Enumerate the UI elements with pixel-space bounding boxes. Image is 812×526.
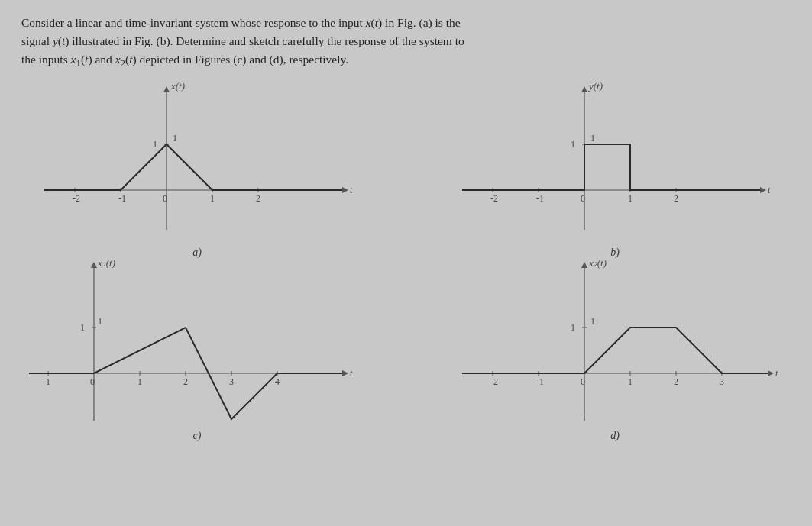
svg-text:1: 1: [80, 322, 85, 333]
svg-text:1: 1: [628, 193, 632, 204]
graph-c: -1 0 1 2 3 4 1 t: [21, 260, 373, 436]
svg-rect-0: [21, 77, 373, 253]
svg-text:1: 1: [210, 193, 215, 204]
svg-text:-1: -1: [43, 376, 50, 387]
graph-a: -2 -1 0 1 2 1 t x(t): [21, 77, 373, 253]
svg-text:x₁(t): x₁(t): [97, 260, 115, 269]
svg-text:1: 1: [98, 316, 102, 327]
graph-b: -2 -1 0 1 2 1 t y(t) 1: [439, 77, 791, 253]
svg-text:x(t): x(t): [170, 80, 185, 92]
svg-text:1: 1: [153, 139, 157, 150]
svg-text:3: 3: [229, 376, 234, 387]
svg-text:0: 0: [581, 193, 585, 204]
svg-text:4: 4: [275, 376, 280, 387]
graph-a-label: a): [192, 247, 202, 259]
svg-text:1: 1: [590, 133, 595, 144]
top-graphs-row: -2 -1 0 1 2 1 t x(t): [21, 77, 791, 259]
svg-text:-1: -1: [536, 376, 544, 387]
page: Consider a linear and time-invariant sys…: [0, 0, 812, 526]
svg-text:3: 3: [720, 376, 724, 387]
graph-c-col: -1 0 1 2 3 4 1 t: [21, 260, 373, 442]
svg-text:-2: -2: [490, 193, 498, 204]
graph-b-col: -2 -1 0 1 2 1 t y(t) 1 b: [439, 77, 791, 259]
svg-text:1: 1: [628, 376, 632, 387]
graph-b-label: b): [610, 247, 620, 259]
svg-rect-38: [21, 260, 373, 436]
svg-text:1: 1: [571, 139, 575, 150]
problem-text: Consider a linear and time-invariant sys…: [21, 14, 791, 71]
svg-text:0: 0: [90, 376, 95, 387]
svg-rect-59: [439, 260, 791, 436]
svg-text:-2: -2: [490, 376, 498, 387]
svg-text:y(t): y(t): [587, 80, 603, 92]
svg-text:2: 2: [183, 376, 188, 387]
graph-d: -2 -1 0 1 2 3 1 t: [439, 260, 791, 436]
graph-d-label: d): [610, 430, 620, 442]
svg-text:2: 2: [674, 193, 678, 204]
svg-text:2: 2: [256, 193, 260, 204]
svg-text:-2: -2: [73, 193, 80, 204]
svg-text:0: 0: [581, 376, 585, 387]
graph-a-col: -2 -1 0 1 2 1 t x(t): [21, 77, 373, 259]
svg-text:-1: -1: [118, 193, 126, 204]
svg-text:0: 0: [163, 193, 167, 204]
svg-text:-1: -1: [536, 193, 544, 204]
bottom-graphs-row: -1 0 1 2 3 4 1 t: [21, 260, 791, 442]
svg-text:x₂(t): x₂(t): [588, 260, 607, 269]
svg-rect-19: [439, 77, 791, 253]
svg-text:1: 1: [571, 322, 575, 333]
svg-text:1: 1: [173, 133, 177, 144]
svg-text:2: 2: [674, 376, 678, 387]
graph-c-label: c): [193, 430, 202, 442]
svg-text:1: 1: [590, 316, 595, 327]
graph-d-col: -2 -1 0 1 2 3 1 t: [439, 260, 791, 442]
svg-text:1: 1: [137, 376, 142, 387]
